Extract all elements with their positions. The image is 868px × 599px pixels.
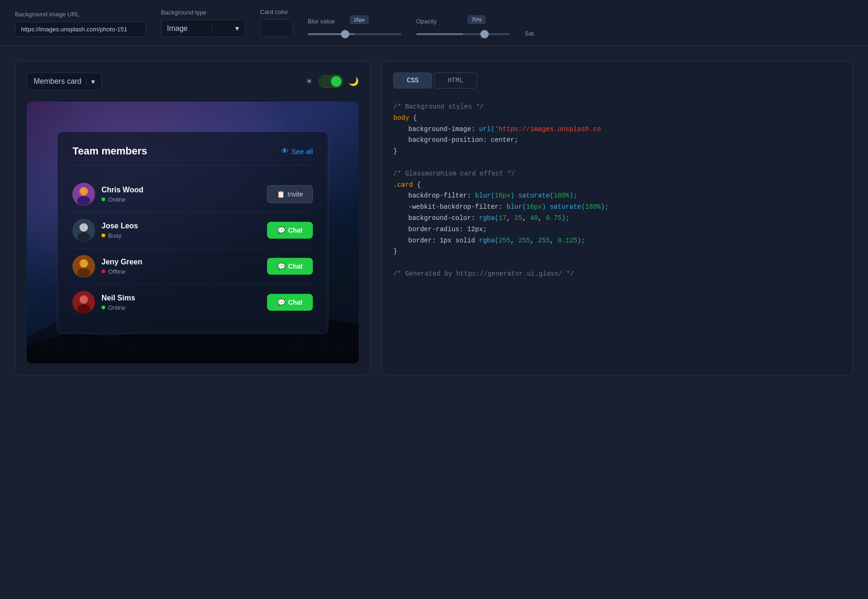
blur-group: Blur value 16px (308, 18, 401, 37)
member-status: Offline (101, 268, 267, 275)
bg-url-input[interactable] (15, 22, 146, 37)
card-title-row: Team members 👁 See all (72, 145, 313, 165)
code-line: body { (393, 113, 841, 124)
avatar-chris-svg (72, 183, 95, 205)
bg-type-value: Image (167, 24, 188, 33)
glass-card: Team members 👁 See all (57, 131, 328, 334)
card-color-swatch[interactable] (260, 19, 293, 37)
opacity-label: Opacity (416, 18, 510, 25)
member-name: Jeny Green (101, 258, 267, 266)
card-title: Team members (72, 145, 147, 157)
member-name: Jose Leos (101, 222, 267, 230)
moon-icon: 🌙 (348, 76, 359, 87)
opacity-group: Opacity 75% (416, 18, 510, 37)
tab-css[interactable]: CSS (393, 73, 432, 88)
member-status: Online (101, 304, 267, 311)
avatar-jeny-svg (72, 255, 95, 278)
svg-point-13 (77, 196, 90, 205)
svg-point-24 (77, 304, 90, 314)
card-selector[interactable]: Members card ▾ (27, 73, 102, 90)
svg-point-14 (80, 187, 88, 196)
avatar (72, 291, 95, 314)
invite-button[interactable]: 📋 Invite (267, 185, 313, 203)
bg-type-group: Background type Image ▾ (161, 9, 245, 37)
status-text: Offline (108, 268, 125, 275)
sun-icon: ☀ (305, 76, 313, 87)
status-dot-busy (101, 234, 105, 237)
code-line: /* Glassmorphism card effect */ (393, 168, 841, 180)
chevron-down-icon: ▾ (235, 24, 239, 33)
opacity-badge: 75% (468, 15, 485, 24)
member-row: Neil Sims Online 💬 Chat (72, 285, 313, 320)
svg-point-23 (80, 295, 88, 304)
chat-button[interactable]: 💬 Chat (267, 294, 313, 311)
card-selector-label: Members card (34, 77, 81, 86)
right-panel: CSS HTML /* Background styles */ body { … (382, 61, 853, 375)
avatar-jose-svg (72, 219, 95, 241)
member-status: Online (101, 196, 267, 203)
avatar (72, 255, 95, 278)
toolbar: Background image URL Background type Ima… (0, 0, 868, 46)
bg-type-label: Background type (161, 9, 245, 16)
bg-url-group: Background image URL (15, 11, 146, 37)
code-line: -webkit-backdrop-filter: blur(16px) satu… (393, 202, 841, 213)
blur-slider[interactable] (308, 33, 401, 35)
bg-url-label: Background image URL (15, 11, 146, 18)
member-name: Neil Sims (101, 294, 267, 302)
avatar-neil-svg (72, 291, 95, 314)
chat-icon: 💬 (277, 299, 285, 306)
see-all-button[interactable]: 👁 See all (281, 147, 313, 155)
avatar (72, 219, 95, 241)
code-line: /* Generated by https://generator.ui.gla… (393, 269, 841, 280)
preview-wrapper: Team members 👁 See all (27, 102, 359, 364)
chat-icon: 💬 (277, 263, 285, 270)
chat-button[interactable]: 💬 Chat (267, 258, 313, 275)
tab-html[interactable]: HTML (434, 73, 477, 88)
avatar (72, 183, 95, 205)
member-info: Jose Leos Busy (101, 222, 267, 239)
member-row: Jeny Green Offline 💬 Chat (72, 248, 313, 285)
clipboard-icon: 📋 (277, 190, 285, 198)
member-info: Chris Wood Online (101, 186, 267, 203)
chat-button[interactable]: 💬 Chat (267, 222, 313, 239)
theme-controls: ☀ 🌙 (305, 75, 359, 88)
member-info: Neil Sims Online (101, 294, 267, 311)
see-all-label: See all (291, 147, 313, 155)
svg-point-16 (80, 223, 88, 232)
card-color-label: Card color (260, 8, 293, 15)
toggle-knob (331, 76, 341, 87)
svg-point-17 (77, 232, 90, 241)
code-line: backdrop-filter: blur(16px) saturate(180… (393, 190, 841, 202)
code-line: background-color: rgba(17, 25, 40, 0.75)… (393, 213, 841, 224)
code-tabs: CSS HTML (393, 73, 841, 88)
status-text: Online (108, 304, 126, 311)
code-line: background-position: center; (393, 135, 841, 146)
code-line: border-radius: 12px; (393, 224, 841, 235)
main-content: Members card ▾ ☀ 🌙 (0, 46, 868, 390)
bg-type-select[interactable]: Image ▾ (161, 20, 245, 37)
sat-label: Sat (525, 30, 534, 37)
code-line: .card { (393, 180, 841, 191)
theme-toggle[interactable] (318, 75, 343, 88)
sat-group: Sat (525, 30, 534, 37)
status-text: Busy (108, 232, 122, 239)
select-divider (211, 24, 212, 33)
status-dot-offline (101, 270, 105, 273)
member-name: Chris Wood (101, 186, 267, 194)
code-line (393, 157, 841, 168)
code-block: /* Background styles */ body { backgroun… (393, 102, 841, 280)
status-text: Online (108, 196, 126, 203)
blur-badge: 16px (350, 15, 369, 24)
eye-icon: 👁 (281, 147, 289, 155)
panel-header: Members card ▾ ☀ 🌙 (27, 73, 359, 90)
member-row: Chris Wood Online 📋 Invite (72, 176, 313, 212)
member-status: Busy (101, 232, 267, 239)
code-line: border: 1px solid rgba(255, 255, 255, 0.… (393, 235, 841, 247)
svg-point-20 (77, 268, 90, 278)
code-line: background-image: url('https://images.un… (393, 124, 841, 135)
member-info: Jeny Green Offline (101, 258, 267, 275)
opacity-slider[interactable] (416, 33, 510, 35)
member-row: Jose Leos Busy 💬 Chat (72, 212, 313, 248)
selector-divider (86, 77, 87, 86)
card-color-group: Card color (260, 8, 293, 37)
